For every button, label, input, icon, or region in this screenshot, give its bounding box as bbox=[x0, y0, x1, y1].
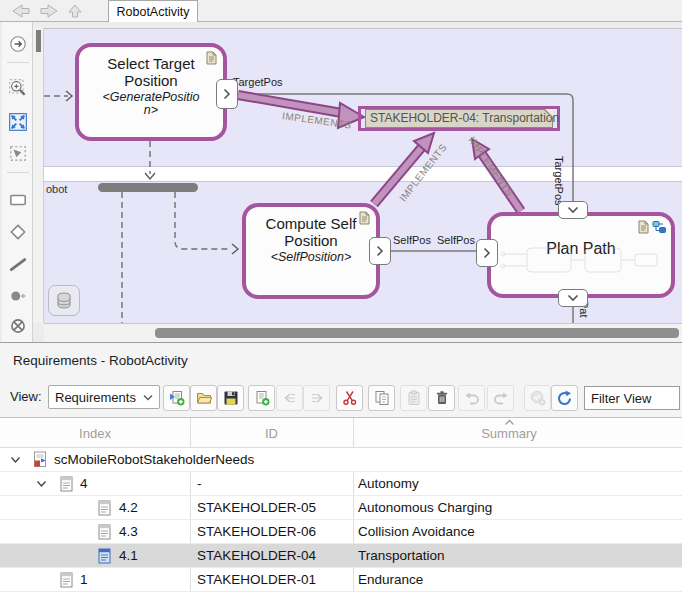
cell-index[interactable]: 4.1 bbox=[119, 548, 138, 563]
refresh-button[interactable] bbox=[551, 385, 578, 411]
cell-index[interactable]: 4.3 bbox=[119, 524, 138, 539]
block-plan-path[interactable]: Plan Path bbox=[487, 212, 675, 298]
chevron-right-icon bbox=[376, 245, 384, 257]
table-header: Index ID Summary bbox=[0, 418, 682, 448]
requirement-icon bbox=[98, 524, 111, 540]
view-label: View: bbox=[10, 389, 42, 404]
undo-button[interactable] bbox=[458, 385, 485, 411]
final-node-icon[interactable] bbox=[8, 316, 28, 336]
promote-button[interactable] bbox=[276, 385, 303, 411]
data-store-button[interactable] bbox=[48, 285, 80, 316]
view-dropdown[interactable]: Requirements bbox=[48, 385, 160, 409]
cell-summary[interactable]: Endurance bbox=[358, 572, 423, 587]
fork-bar[interactable] bbox=[98, 183, 198, 192]
chevron-right-icon bbox=[483, 247, 491, 259]
document-icon bbox=[358, 211, 371, 225]
link-check-button[interactable] bbox=[524, 385, 551, 411]
selfpos-label: SelfPos bbox=[437, 234, 475, 246]
note-text: STAKEHOLDER-04: Transportation bbox=[370, 111, 559, 125]
cell-summary[interactable]: Collision Avoidance bbox=[358, 524, 475, 539]
horizontal-scrollbar-thumb[interactable] bbox=[155, 328, 679, 338]
table-row[interactable]: 4.2 STAKEHOLDER-05 Autonomous Charging bbox=[0, 496, 682, 520]
cell-index[interactable]: 4 bbox=[80, 476, 88, 491]
chevron-down-icon[interactable] bbox=[36, 480, 47, 488]
rectangle-icon[interactable] bbox=[8, 190, 28, 210]
cell-summary[interactable]: Autonomous Charging bbox=[358, 500, 492, 515]
chevron-down-icon[interactable] bbox=[10, 456, 21, 464]
cell-summary[interactable]: Transportation bbox=[358, 548, 445, 563]
cell-summary[interactable]: Autonomy bbox=[358, 476, 419, 491]
table-row[interactable]: 1 STAKEHOLDER-01 Endurance bbox=[0, 568, 682, 592]
trash-icon bbox=[434, 390, 450, 406]
block-select-target-position[interactable]: Select Target Position <GeneratePositio … bbox=[75, 43, 227, 141]
cell-index[interactable]: scMobileRobotStakeholderNeeds bbox=[54, 452, 254, 467]
redo-button[interactable] bbox=[487, 385, 514, 411]
stakeholder-note[interactable]: STAKEHOLDER-04: Transportation bbox=[365, 109, 553, 128]
block-title: Select Target Position bbox=[79, 56, 223, 90]
back-icon[interactable] bbox=[10, 3, 32, 19]
table-row-requirement-set[interactable]: scMobileRobotStakeholderNeeds bbox=[0, 448, 682, 472]
sort-ascending-icon[interactable] bbox=[504, 419, 515, 426]
new-requirement-set-button[interactable] bbox=[163, 385, 190, 411]
palette-toolbar bbox=[2, 22, 33, 342]
requirements-table: Index ID Summary scMobileRobotStakeholde… bbox=[0, 417, 682, 594]
paste-button[interactable] bbox=[400, 385, 427, 411]
vertical-scrollbar[interactable] bbox=[33, 28, 44, 323]
table-row[interactable]: 4 - Autonomy bbox=[0, 472, 682, 496]
compute-self-output-port[interactable] bbox=[369, 237, 391, 265]
column-header-id[interactable]: ID bbox=[190, 426, 353, 441]
dashed-flow-into-compute[interactable] bbox=[175, 192, 230, 249]
table-row[interactable]: 4.3 STAKEHOLDER-06 Collision Avoidance bbox=[0, 520, 682, 544]
cell-id[interactable]: STAKEHOLDER-05 bbox=[197, 500, 316, 515]
marquee-zoom-icon[interactable] bbox=[8, 78, 28, 98]
save-icon bbox=[223, 390, 239, 406]
demote-icon bbox=[309, 390, 325, 406]
save-button[interactable] bbox=[217, 385, 244, 411]
horizontal-scrollbar[interactable] bbox=[44, 323, 682, 342]
diamond-icon[interactable] bbox=[8, 222, 28, 242]
column-header-index[interactable]: Index bbox=[0, 426, 190, 441]
redo-icon bbox=[493, 390, 509, 406]
up-icon[interactable] bbox=[66, 3, 84, 19]
block-compute-self-position[interactable]: Compute Self Position <SelfPosition> bbox=[242, 203, 380, 299]
separator bbox=[7, 172, 29, 173]
fit-to-view-icon[interactable] bbox=[8, 112, 28, 132]
diagram-canvas[interactable]: obot bbox=[44, 28, 682, 323]
add-requirement-button[interactable] bbox=[248, 385, 275, 411]
cell-id[interactable]: - bbox=[197, 476, 202, 491]
table-row-selected[interactable]: 4.1 STAKEHOLDER-04 Transportation bbox=[0, 544, 682, 568]
behavior-model-icon bbox=[652, 220, 666, 234]
view-dropdown-value: Requirements bbox=[55, 390, 143, 405]
open-button[interactable] bbox=[190, 385, 217, 411]
requirement-icon bbox=[98, 500, 111, 516]
select-target-output-port[interactable] bbox=[216, 79, 238, 109]
cell-index[interactable]: 4.2 bbox=[119, 500, 138, 515]
copy-button[interactable] bbox=[368, 385, 395, 411]
cell-index[interactable]: 1 bbox=[80, 572, 88, 587]
undo-icon bbox=[464, 390, 480, 406]
demote-button[interactable] bbox=[303, 385, 330, 411]
document-icon bbox=[205, 51, 218, 65]
line-icon[interactable] bbox=[8, 254, 28, 274]
forward-icon[interactable] bbox=[38, 3, 60, 19]
pan-icon[interactable] bbox=[8, 34, 28, 54]
filter-view-input[interactable] bbox=[584, 386, 680, 410]
chevron-down-icon bbox=[567, 206, 579, 214]
arrowhead bbox=[232, 244, 238, 254]
vertical-scrollbar-thumb[interactable] bbox=[36, 30, 41, 52]
chevron-down-icon bbox=[143, 394, 153, 401]
select-zoom-icon[interactable] bbox=[8, 144, 28, 164]
plan-path-bottom-port[interactable] bbox=[558, 289, 588, 307]
column-header-summary[interactable]: Summary bbox=[353, 426, 665, 441]
cut-button[interactable] bbox=[336, 385, 363, 411]
diagram-tab-bar: RobotActivity bbox=[0, 0, 682, 22]
refresh-icon bbox=[556, 390, 573, 407]
plan-path-input-port[interactable] bbox=[476, 239, 498, 267]
cell-id[interactable]: STAKEHOLDER-01 bbox=[197, 572, 316, 587]
cell-id[interactable]: STAKEHOLDER-06 bbox=[197, 524, 316, 539]
tab-robotactivity[interactable]: RobotActivity bbox=[108, 0, 198, 22]
cell-id[interactable]: STAKEHOLDER-04 bbox=[197, 548, 316, 563]
delete-button[interactable] bbox=[428, 385, 455, 411]
initial-node-icon[interactable] bbox=[8, 286, 28, 306]
plan-path-top-port[interactable] bbox=[558, 201, 588, 219]
